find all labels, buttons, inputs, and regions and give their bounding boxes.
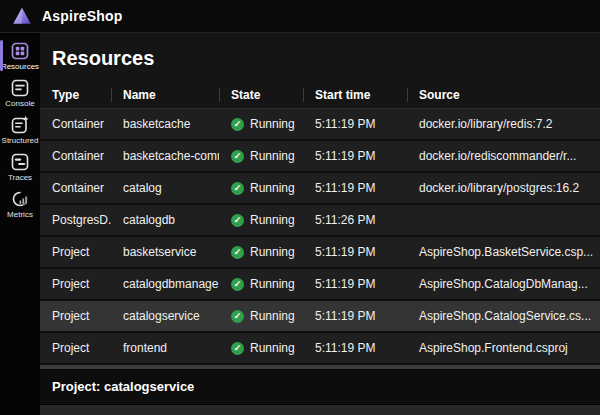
- cell-source: AspireShop.CatalogDbManag...: [407, 277, 600, 291]
- cell-state: ✓ Running: [219, 117, 303, 131]
- resources-grid-icon: [10, 41, 30, 61]
- cell-source: AspireShop.Frontend.csproj: [407, 341, 600, 355]
- state-label: Running: [250, 341, 295, 355]
- column-header-state: State: [219, 88, 303, 102]
- sidebar-item-label: Traces: [8, 173, 32, 182]
- table-row[interactable]: Container basketcache-comm... ✓ Running …: [40, 141, 600, 173]
- cell-state: ✓ Running: [219, 149, 303, 163]
- state-label: Running: [250, 277, 295, 291]
- app-header: AspireShop: [0, 0, 600, 33]
- sidebar: Resources Console Structured Traces Metr…: [0, 33, 40, 415]
- table-row[interactable]: Project basketservice ✓ Running 5:11:19 …: [40, 237, 600, 269]
- sidebar-item-resources[interactable]: Resources: [0, 37, 40, 74]
- cell-state: ✓ Running: [219, 181, 303, 195]
- cell-source: docker.io/library/postgres:16.2: [407, 181, 600, 195]
- cell-start-time: 5:11:19 PM: [303, 181, 407, 195]
- running-status-icon: ✓: [231, 246, 244, 259]
- state-label: Running: [250, 117, 295, 131]
- running-status-icon: ✓: [231, 118, 244, 131]
- sidebar-item-label: Structured: [2, 136, 39, 145]
- traces-icon: [10, 152, 30, 172]
- running-status-icon: ✓: [231, 310, 244, 323]
- sidebar-item-label: Console: [5, 99, 34, 108]
- cell-source: docker.io/library/redis:7.2: [407, 117, 600, 131]
- table-row[interactable]: PostgresD... catalogdb ✓ Running 5:11:26…: [40, 205, 600, 237]
- resources-table: Container basketcache ✓ Running 5:11:19 …: [40, 109, 600, 365]
- cell-type: Project: [40, 341, 111, 355]
- sidebar-item-console[interactable]: Console: [0, 74, 40, 111]
- cell-type: Project: [40, 309, 111, 323]
- cell-state: ✓ Running: [219, 309, 303, 323]
- table-row[interactable]: Project catalogdbmanager ✓ Running 5:11:…: [40, 269, 600, 301]
- cell-start-time: 5:11:19 PM: [303, 117, 407, 131]
- state-label: Running: [250, 149, 295, 163]
- active-indicator-bar: [0, 40, 3, 71]
- table-header-row: TypeNameStateStart timeSource: [40, 81, 600, 109]
- cell-start-time: 5:11:19 PM: [303, 245, 407, 259]
- cell-name: basketservice: [111, 245, 219, 259]
- running-status-icon: ✓: [231, 182, 244, 195]
- cell-start-time: 5:11:19 PM: [303, 277, 407, 291]
- table-row[interactable]: Container catalog ✓ Running 5:11:19 PM d…: [40, 173, 600, 205]
- structured-logs-icon: [10, 115, 30, 135]
- column-header-source: Source: [407, 88, 600, 102]
- cell-type: Container: [40, 181, 111, 195]
- app-title: AspireShop: [42, 8, 123, 24]
- cell-name: catalogservice: [111, 309, 219, 323]
- cell-type: Project: [40, 277, 111, 291]
- cell-state: ✓ Running: [219, 341, 303, 355]
- cell-type: Container: [40, 117, 111, 131]
- sidebar-item-metrics[interactable]: Metrics: [0, 185, 40, 222]
- column-header-name: Name: [111, 88, 219, 102]
- cell-name: catalog: [111, 181, 219, 195]
- sidebar-item-label: Resources: [1, 62, 39, 71]
- cell-source: docker.io/rediscommander/r...: [407, 149, 600, 163]
- table-row[interactable]: Container basketcache ✓ Running 5:11:19 …: [40, 109, 600, 141]
- table-row[interactable]: Project catalogservice ✓ Running 5:11:19…: [40, 301, 600, 333]
- column-header-type: Type: [40, 88, 111, 102]
- cell-state: ✓ Running: [219, 245, 303, 259]
- running-status-icon: ✓: [231, 278, 244, 291]
- sidebar-item-label: Metrics: [7, 210, 33, 219]
- cell-state: ✓ Running: [219, 277, 303, 291]
- state-label: Running: [250, 213, 295, 227]
- column-header-start-time: Start time: [303, 88, 407, 102]
- details-content-band: [40, 404, 600, 415]
- cell-name: catalogdbmanager: [111, 277, 219, 291]
- cell-start-time: 5:11:26 PM: [303, 213, 407, 227]
- running-status-icon: ✓: [231, 214, 244, 227]
- metrics-icon: [10, 189, 30, 209]
- sidebar-item-structured[interactable]: Structured: [0, 111, 40, 148]
- cell-name: catalogdb: [111, 213, 219, 227]
- cell-state: ✓ Running: [219, 213, 303, 227]
- cell-name: basketcache: [111, 117, 219, 131]
- page-title: Resources: [40, 33, 600, 81]
- cell-type: PostgresD...: [40, 213, 111, 227]
- running-status-icon: ✓: [231, 150, 244, 163]
- details-panel-title: Project: catalogservice: [40, 369, 600, 404]
- cell-name: basketcache-comm...: [111, 149, 219, 163]
- cell-type: Project: [40, 245, 111, 259]
- cell-source: AspireShop.CatalogService.cs...: [407, 309, 600, 323]
- running-status-icon: ✓: [231, 342, 244, 355]
- resources-page: Resources TypeNameStateStart timeSource …: [40, 33, 600, 415]
- sidebar-item-traces[interactable]: Traces: [0, 148, 40, 185]
- cell-source: AspireShop.BasketService.csp...: [407, 245, 600, 259]
- state-label: Running: [250, 309, 295, 323]
- state-label: Running: [250, 245, 295, 259]
- table-row[interactable]: Project frontend ✓ Running 5:11:19 PM As…: [40, 333, 600, 365]
- aspire-logo-icon: [11, 5, 33, 27]
- cell-type: Container: [40, 149, 111, 163]
- state-label: Running: [250, 181, 295, 195]
- cell-start-time: 5:11:19 PM: [303, 309, 407, 323]
- cell-start-time: 5:11:19 PM: [303, 149, 407, 163]
- console-logs-icon: [10, 78, 30, 98]
- cell-name: frontend: [111, 341, 219, 355]
- cell-start-time: 5:11:19 PM: [303, 341, 407, 355]
